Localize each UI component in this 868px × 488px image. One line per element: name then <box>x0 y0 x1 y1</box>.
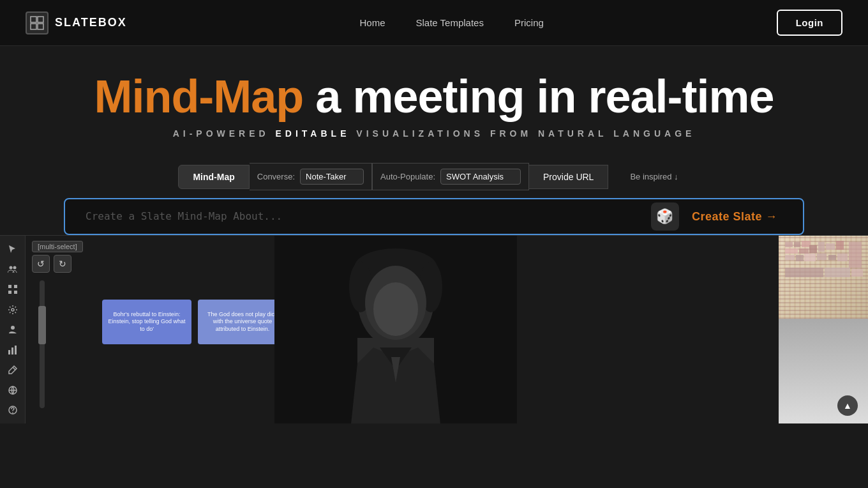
right-panel <box>779 236 868 423</box>
svg-rect-14 <box>15 346 17 355</box>
svg-rect-27 <box>802 241 811 247</box>
logo-icon <box>26 11 49 34</box>
converse-group: Converse: Note-TakerBrainstormSummarize <box>250 163 372 190</box>
nav-home[interactable]: Home <box>360 17 385 28</box>
toolbar <box>0 236 26 423</box>
right-panel-thumbnail <box>779 236 868 319</box>
einstein-image: ALBERT EINSTEIN VS NIELS BOHR: PHILOSOPH… <box>274 236 517 423</box>
svg-point-11 <box>11 326 15 330</box>
canvas-main: [multi-select] ↺ ↻ Bohr's rebuttal to Ei… <box>26 236 779 423</box>
svg-rect-9 <box>14 291 17 294</box>
hero-title-rest: a meeting in real-time <box>303 71 774 122</box>
svg-rect-2 <box>31 24 36 29</box>
hero-subtitle-suffix: VISUALIZATIONS FROM NATURAL LANGUAGE <box>350 128 695 139</box>
logo[interactable]: SLATEBOX <box>26 11 127 34</box>
svg-rect-13 <box>11 347 13 355</box>
svg-rect-33 <box>836 241 844 250</box>
svg-rect-7 <box>14 285 17 288</box>
card-bohr[interactable]: Bohr's rebuttal to Einstein: Einstein, s… <box>102 300 191 344</box>
grid-icon[interactable] <box>4 281 22 298</box>
converse-select[interactable]: Note-TakerBrainstormSummarize <box>300 169 364 185</box>
svg-rect-31 <box>818 242 825 252</box>
svg-rect-42 <box>825 268 850 277</box>
hero-subtitle-editable: EDITABLE <box>276 128 350 139</box>
canvas-area: [multi-select] ↺ ↻ Bohr's rebuttal to Ei… <box>0 235 868 423</box>
svg-rect-8 <box>8 291 11 294</box>
input-row: 🎲 Create Slate → <box>64 198 804 235</box>
login-button[interactable]: Login <box>777 10 842 36</box>
card-bohr-text: Bohr's rebuttal to Einstein: Einstein, s… <box>107 311 186 333</box>
nav-links: Home Slate Templates Pricing <box>360 17 544 29</box>
logo-text: SLATEBOX <box>55 16 127 29</box>
svg-rect-29 <box>799 248 809 254</box>
svg-point-4 <box>9 266 12 269</box>
svg-rect-38 <box>828 255 836 260</box>
svg-rect-26 <box>794 242 800 247</box>
users-icon[interactable] <box>4 261 22 278</box>
autopopulate-group: Auto-Populate: SWOT AnalysisMind MapFlow… <box>372 163 529 190</box>
zoom-slider[interactable] <box>40 280 45 408</box>
svg-rect-34 <box>785 255 795 260</box>
nav-pricing[interactable]: Pricing <box>514 17 544 28</box>
svg-point-10 <box>11 309 14 311</box>
dice-button[interactable]: 🎲 <box>651 202 679 231</box>
provide-url-button[interactable]: Provide URL <box>529 165 608 189</box>
slate-input[interactable] <box>78 199 651 234</box>
hero-subtitle: AI-POWERED EDITABLE VISUALIZATIONS FROM … <box>13 128 855 139</box>
svg-rect-3 <box>38 24 43 29</box>
inspired-button[interactable]: Be inspired ↓ <box>618 165 689 188</box>
svg-rect-6 <box>8 285 11 288</box>
card-einstein-text: The God does not play dice with the univ… <box>203 311 282 333</box>
svg-rect-12 <box>8 350 10 355</box>
navbar: SLATEBOX Home Slate Templates Pricing Lo… <box>0 0 868 46</box>
card-einstein[interactable]: The God does not play dice with the univ… <box>198 300 287 344</box>
svg-rect-30 <box>809 245 817 253</box>
svg-point-5 <box>13 266 16 269</box>
svg-rect-43 <box>851 269 863 277</box>
autopopulate-label: Auto-Populate: <box>380 172 435 181</box>
help-icon[interactable] <box>4 402 22 419</box>
converse-label: Converse: <box>257 172 295 181</box>
profile-icon[interactable] <box>4 321 22 338</box>
zoom-slider-thumb[interactable] <box>38 306 46 344</box>
hero-title: Mind-Map a meeting in real-time <box>13 72 855 122</box>
nav-slate-templates[interactable]: Slate Templates <box>416 17 484 28</box>
scroll-top-button[interactable]: ▲ <box>837 395 858 416</box>
svg-rect-35 <box>796 255 804 261</box>
svg-point-24 <box>373 282 418 336</box>
mindmap-tab[interactable]: Mind-Map <box>178 165 249 189</box>
undo-button[interactable]: ↺ <box>32 255 50 273</box>
svg-rect-25 <box>785 242 793 247</box>
chart-icon[interactable] <box>4 342 22 358</box>
pen-icon[interactable] <box>4 362 22 379</box>
svg-rect-39 <box>837 254 848 261</box>
undo-redo-controls: ↺ ↻ <box>32 255 71 273</box>
globe-icon[interactable] <box>4 382 22 399</box>
redo-button[interactable]: ↻ <box>54 255 71 273</box>
svg-rect-36 <box>804 254 816 261</box>
svg-rect-40 <box>849 242 862 268</box>
cursor-icon[interactable] <box>4 241 22 257</box>
settings-icon[interactable] <box>4 301 22 318</box>
hero-subtitle-prefix: AI-POWERED <box>173 128 276 139</box>
svg-rect-1 <box>38 17 43 22</box>
autopopulate-select[interactable]: SWOT AnalysisMind MapFlowchart <box>440 169 521 185</box>
svg-rect-37 <box>817 254 827 260</box>
multi-select-badge: [multi-select] <box>32 241 83 252</box>
svg-rect-41 <box>785 268 823 277</box>
svg-rect-28 <box>785 248 798 254</box>
hero-section: Mind-Map a meeting in real-time AI-POWER… <box>0 46 868 151</box>
create-slate-button[interactable]: Create Slate → <box>679 210 790 224</box>
hero-title-accent: Mind-Map <box>94 71 303 122</box>
svg-rect-32 <box>826 243 835 250</box>
svg-rect-0 <box>31 17 36 22</box>
